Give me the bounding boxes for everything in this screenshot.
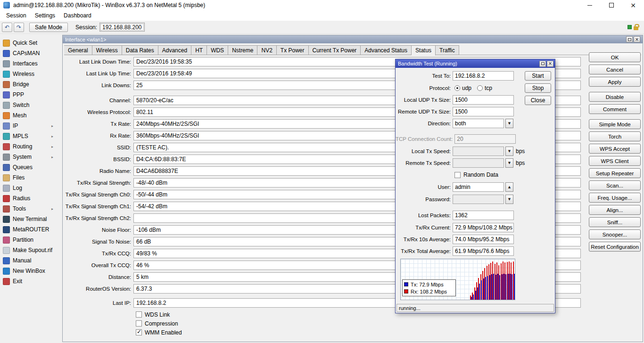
sidebar-item[interactable]: Make Supout.rif ▸: [0, 245, 62, 255]
user-input[interactable]: admin: [453, 182, 504, 192]
sidebar-item[interactable]: Interfaces ▸: [0, 58, 62, 69]
sidebar-item[interactable]: System ▸: [0, 152, 62, 162]
tab[interactable]: Nstreme: [228, 45, 257, 55]
radio-tcp[interactable]: [477, 85, 483, 91]
action-button[interactable]: Reset Configuration: [589, 242, 641, 252]
sidebar-item[interactable]: MPLS ▸: [0, 131, 62, 141]
remote-tx-speed-dropdown-button[interactable]: ▼: [505, 158, 513, 168]
sidebar-item[interactable]: Quick Set ▸: [0, 38, 62, 48]
sidebar-item[interactable]: Log ▸: [0, 183, 62, 193]
action-button[interactable]: Freq. Usage...: [589, 193, 641, 203]
action-button[interactable]: Comment: [589, 104, 641, 114]
close-button[interactable]: ×: [622, 0, 644, 10]
random-data-checkbox[interactable]: ✓: [454, 172, 461, 178]
checkbox-row[interactable]: ✓ Compression: [136, 319, 581, 328]
sidebar-item[interactable]: Routing ▸: [0, 141, 62, 152]
test-to-input[interactable]: 192.168.8.2: [453, 71, 514, 81]
sidebar-item[interactable]: MetaROUTER ▸: [0, 224, 62, 235]
menu-item[interactable]: Session: [2, 11, 31, 20]
checkbox[interactable]: ✓: [136, 311, 142, 318]
password-dropdown-button[interactable]: ▼: [505, 195, 513, 204]
sidebar-item[interactable]: Files ▸: [0, 172, 62, 183]
redo-button[interactable]: ↷: [14, 23, 24, 32]
sidebar-item[interactable]: Tools ▸: [0, 204, 62, 214]
menu-item[interactable]: Settings: [31, 11, 59, 20]
action-button[interactable]: Disable: [589, 92, 641, 102]
sidebar-item[interactable]: Bridge ▸: [0, 79, 62, 90]
sidebar-item[interactable]: Wireless ▸: [0, 69, 62, 79]
checkbox[interactable]: ✓: [136, 320, 142, 327]
queues-icon: [3, 164, 10, 171]
tab[interactable]: Status: [412, 45, 436, 56]
tab[interactable]: Advanced: [158, 45, 191, 55]
action-button[interactable]: Setup Repeater: [589, 168, 641, 178]
minimize-button[interactable]: [579, 0, 601, 10]
local-udp-size-input[interactable]: 1500: [453, 95, 514, 105]
menu-item[interactable]: Dashboard: [59, 11, 96, 20]
sidebar-item[interactable]: Switch ▸: [0, 100, 62, 110]
safe-mode-button[interactable]: Safe Mode: [29, 23, 68, 32]
action-button[interactable]: Cancel: [589, 65, 641, 74]
local-tx-speed-dropdown-button[interactable]: ▼: [505, 147, 513, 156]
action-button[interactable]: Snooper...: [589, 229, 641, 239]
tab[interactable]: WDS: [207, 45, 228, 55]
action-button[interactable]: Simple Mode: [589, 119, 641, 129]
radio-udp[interactable]: [454, 85, 460, 91]
session-input[interactable]: 192.168.88.200: [99, 23, 144, 32]
interface-window-titlebar[interactable]: Interface <wlan1> ×: [63, 35, 643, 43]
tab[interactable]: Data Rates: [122, 45, 158, 55]
remote-udp-size-input[interactable]: 1500: [453, 107, 514, 116]
direction-select[interactable]: both: [453, 119, 504, 128]
sidebar-item[interactable]: Mesh ▸: [0, 110, 62, 121]
tab[interactable]: General: [64, 45, 92, 55]
tab[interactable]: Traffic: [436, 45, 459, 55]
stop-button[interactable]: Stop: [525, 83, 551, 93]
action-button[interactable]: WPS Accept: [589, 144, 641, 154]
sidebar-item[interactable]: Manual ▸: [0, 255, 62, 266]
password-input[interactable]: [453, 195, 504, 204]
tab[interactable]: Wireless: [92, 45, 122, 55]
sidebar-item[interactable]: New Terminal ▸: [0, 214, 62, 224]
user-spin-up-button[interactable]: ▲: [505, 182, 513, 192]
sidebar-item[interactable]: Exit ▸: [0, 276, 62, 286]
start-button[interactable]: Start: [525, 71, 551, 81]
sidebar-item[interactable]: CAPsMAN ▸: [0, 48, 62, 58]
wireless-icon: [3, 71, 10, 78]
action-button[interactable]: Align...: [589, 205, 641, 215]
action-button[interactable]: OK: [589, 52, 641, 62]
sidebar-item[interactable]: IP ▸: [0, 121, 62, 131]
interface-close-button[interactable]: ×: [634, 36, 640, 42]
sidebar-item[interactable]: Queues ▸: [0, 162, 62, 172]
tab[interactable]: HT: [191, 45, 207, 55]
tab[interactable]: Advanced Status: [361, 45, 412, 55]
sidebar-item[interactable]: PPP ▸: [0, 90, 62, 100]
txrx-10s-average-value: 74.0 Mbps/95.2 Mbps: [453, 235, 514, 244]
tcp-connection-count-input: 20: [454, 134, 516, 144]
interface-restore-button[interactable]: [626, 36, 633, 42]
action-button[interactable]: WPS Client: [589, 156, 641, 166]
action-button[interactable]: Torch: [589, 131, 641, 141]
tab[interactable]: Current Tx Power: [309, 45, 361, 55]
sidebar-item[interactable]: Partition ▸: [0, 235, 62, 245]
checkbox[interactable]: ✓: [136, 329, 142, 335]
checkbox-row[interactable]: ✓ WMM Enabled: [136, 328, 581, 337]
remote-tx-speed-input[interactable]: [453, 158, 504, 168]
tab[interactable]: NV2: [257, 45, 276, 55]
tab[interactable]: Tx Power: [277, 45, 309, 55]
action-button[interactable]: Scan...: [589, 180, 641, 190]
sidebar-item[interactable]: New WinBox ▸: [0, 266, 62, 276]
local-tx-speed-input[interactable]: [453, 147, 504, 156]
direction-dropdown-button[interactable]: ▼: [505, 119, 513, 128]
random-data-row[interactable]: ✓ Random Data: [454, 170, 498, 180]
restore-button[interactable]: [601, 0, 622, 10]
close-dialog-button[interactable]: Close: [525, 96, 551, 105]
dialog-close-button[interactable]: ×: [547, 61, 553, 67]
action-button[interactable]: Apply: [589, 77, 641, 87]
dialog-restore-button[interactable]: [539, 61, 546, 67]
sidebar-item[interactable]: Radius ▸: [0, 193, 62, 204]
action-button[interactable]: Sniff...: [589, 217, 641, 227]
field-label: Overall Tx CCQ:: [63, 262, 133, 268]
check-icon: ✓: [137, 328, 141, 335]
undo-button[interactable]: ↶: [2, 23, 12, 32]
dialog-titlebar[interactable]: Bandwidth Test (Running) ×: [396, 59, 555, 68]
